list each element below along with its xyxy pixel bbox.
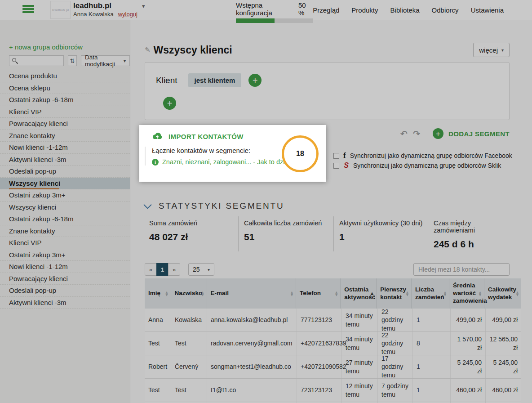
dim-overlay (0, 0, 532, 403)
import-contacts-popup: IMPORT KONTAKTÓW Łącznie kontaktów w seg… (139, 125, 326, 182)
import-contacts-link[interactable]: IMPORT KONTAKTÓW (168, 133, 244, 140)
cloud-upload-icon (151, 132, 163, 141)
contact-count-badge: 18 (282, 135, 319, 172)
how-it-works-link[interactable]: Znazni, nieznani, zalogowani... - Jak to… (162, 158, 297, 166)
info-icon: i (152, 159, 159, 166)
app-window: leadhub.pl leadhub.pl Anna Kowalskawylog… (0, 0, 532, 403)
